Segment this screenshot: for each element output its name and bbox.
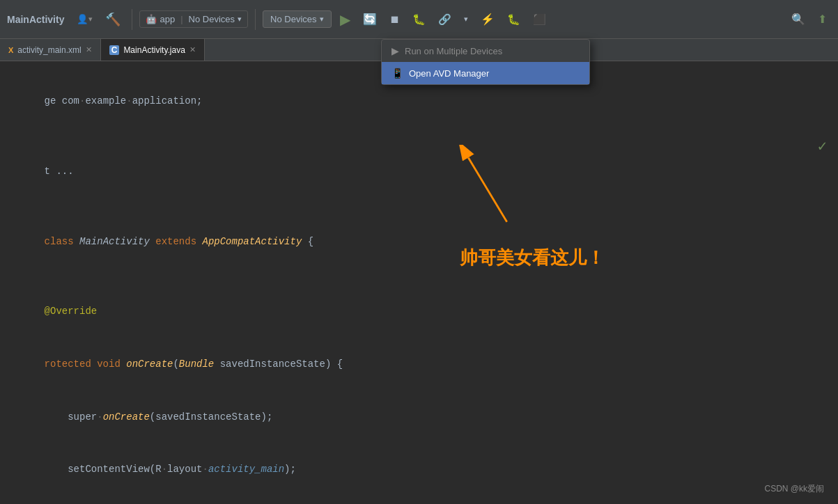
tab-close-java[interactable]: ✕ xyxy=(189,45,196,54)
code-text: ge com·example·application; xyxy=(45,95,203,107)
dropdown-run-multiple[interactable]: ▶ Run on Multiple Devices xyxy=(382,40,589,62)
attach-profiler-button[interactable]: 🔗 xyxy=(434,10,456,29)
tab-label-java: MainActivity.java xyxy=(123,45,185,55)
apply-changes-icon: 🐛 xyxy=(507,13,520,26)
code-line-blank-2 xyxy=(21,198,817,215)
stop-icon: ⏹ xyxy=(389,13,400,25)
profile-icon: 👤 xyxy=(77,14,88,24)
app-selector[interactable]: 🤖 app | No Devices ▾ xyxy=(139,10,248,28)
watermark: CSDN @kk爱闹 xyxy=(764,482,824,497)
search-icon: 🔍 xyxy=(791,13,805,26)
code-line-5: class MainActivity extends AppCompatActi… xyxy=(21,216,817,269)
profiler-dropdown-button[interactable]: ▾ xyxy=(460,12,472,26)
code-line-10: setContentView(R·layout·activity_main); xyxy=(21,443,817,496)
device-dropdown-menu: ▶ Run on Multiple Devices 📱 Open AVD Man… xyxy=(381,39,590,85)
svg-line-1 xyxy=(468,157,506,221)
profiler-dropdown-icon: ▾ xyxy=(464,15,468,24)
annotation-container: 帅哥美女看这儿！ xyxy=(446,145,605,274)
dropdown-open-avd[interactable]: 📱 Open AVD Manager xyxy=(382,62,589,84)
run-multiple-label: Run on Multiple Devices xyxy=(405,46,502,56)
rerun-icon: 🔄 xyxy=(363,13,377,26)
toolbar: MainActivity 👤 ▾ 🔨 🤖 app | No Devices ▾ … xyxy=(0,0,838,39)
code-line-9: super·onCreate(savedInstanceState); xyxy=(21,391,817,443)
device-selector[interactable]: No Devices ▾ xyxy=(263,10,331,28)
tab-label-xml: activity_main.xml xyxy=(17,45,81,55)
code-area: ge com·example·application; t ... class … xyxy=(0,61,838,504)
rerun-button[interactable]: 🔄 xyxy=(359,10,381,29)
annotation-arrow-svg xyxy=(446,145,529,228)
device-selector-label: No Devices xyxy=(270,14,316,24)
bug-icon: 🐛 xyxy=(412,13,426,26)
android-icon: 🤖 xyxy=(146,14,157,24)
terminate-button[interactable]: ⬛ xyxy=(529,10,550,29)
code-line-7: @Override xyxy=(21,285,817,338)
hammer-icon: 🔨 xyxy=(105,12,121,27)
app-dropdown-icon: ▾ xyxy=(238,15,242,24)
code-text: t ... xyxy=(45,166,74,177)
code-line-8: rotected void onCreate(Bundle savedInsta… xyxy=(21,338,817,391)
build-hammer-button[interactable]: 🔨 xyxy=(101,9,125,30)
no-devices-label: No Devices xyxy=(189,14,235,24)
coverage-icon: ⚡ xyxy=(481,13,495,26)
annotation-text: 帅哥美女看这儿！ xyxy=(460,242,605,274)
window-title: MainActivity xyxy=(7,14,64,25)
stop-button[interactable]: ⏹ xyxy=(385,10,404,28)
search-button[interactable]: 🔍 xyxy=(787,10,809,29)
profile-dropdown-icon: ▾ xyxy=(88,15,93,24)
terminate-icon: ⬛ xyxy=(533,13,546,26)
coverage-button[interactable]: ⚡ xyxy=(476,10,499,29)
tab-mainactivity-java[interactable]: C MainActivity.java ✕ xyxy=(101,39,205,61)
run-button[interactable]: ▶ xyxy=(336,8,355,31)
attach-icon: 🔗 xyxy=(438,13,451,26)
device-dropdown-icon: ▾ xyxy=(320,15,324,24)
tab-activity-main-xml[interactable]: X activity_main.xml ✕ xyxy=(0,39,101,61)
app-selector-label: app xyxy=(160,14,175,24)
divider-pipe: | xyxy=(180,14,183,24)
apply-changes-button[interactable]: 🐛 xyxy=(503,10,525,29)
run-multiple-icon: ▶ xyxy=(391,45,399,56)
code-line-blank-1 xyxy=(21,128,817,145)
divider-1 xyxy=(132,9,132,30)
sync-button[interactable]: ⬆ xyxy=(814,10,831,29)
profile-button[interactable]: 👤 ▾ xyxy=(72,11,97,27)
checkmark: ✓ xyxy=(818,134,827,162)
divider-2 xyxy=(255,9,256,30)
tab-icon-java: C xyxy=(109,45,120,55)
avd-manager-label: Open AVD Manager xyxy=(409,68,489,79)
tab-icon-xml: X xyxy=(8,46,13,54)
sync-icon: ⬆ xyxy=(818,13,827,26)
tab-close-xml[interactable]: ✕ xyxy=(86,45,92,54)
avd-manager-icon: 📱 xyxy=(391,68,403,79)
debug-button[interactable]: 🐛 xyxy=(408,10,430,29)
code-line-3: t ... xyxy=(21,145,817,198)
code-line-blank-3 xyxy=(21,268,817,285)
